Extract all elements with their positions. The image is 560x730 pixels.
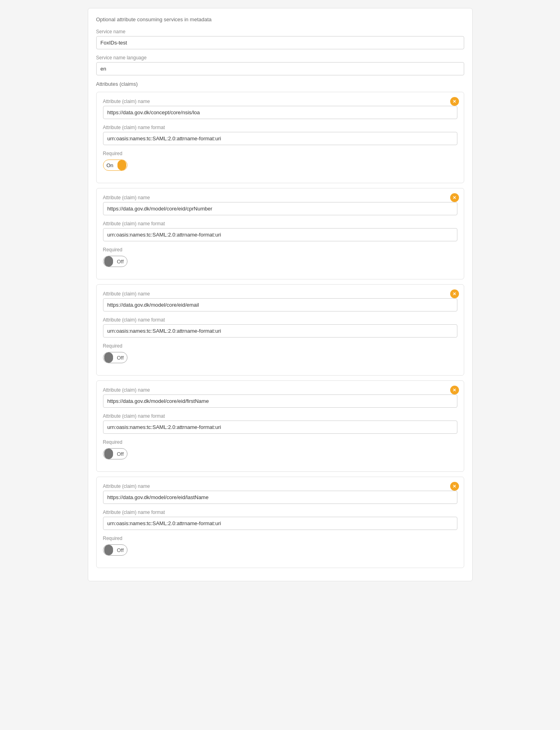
toggle-off-label: Off <box>114 259 127 265</box>
attr-name-field-4: Attribute (claim) name <box>103 387 457 408</box>
remove-attribute-button-4[interactable] <box>450 386 459 394</box>
required-toggle-5[interactable]: Off <box>103 544 127 556</box>
attr-format-label-2: Attribute (claim) name format <box>103 221 457 226</box>
attr-required-label-3: Required <box>103 343 457 349</box>
attr-name-label-1: Attribute (claim) name <box>103 99 457 104</box>
attr-format-label-4: Attribute (claim) name format <box>103 413 457 419</box>
attr-name-label-2: Attribute (claim) name <box>103 195 457 200</box>
toggle-knob <box>117 160 126 170</box>
attr-required-field-3: Required Off <box>103 343 457 363</box>
toggle-off-label: Off <box>114 451 127 457</box>
attr-format-label-1: Attribute (claim) name format <box>103 125 457 130</box>
attr-name-input-4[interactable] <box>103 394 457 408</box>
remove-attribute-button-3[interactable] <box>450 289 459 298</box>
required-toggle-4[interactable]: Off <box>103 448 127 459</box>
attributes-container: Attribute (claim) name Attribute (claim)… <box>96 92 464 568</box>
service-name-field: Service name <box>96 29 464 49</box>
attr-required-label-2: Required <box>103 247 457 253</box>
attribute-card-3: Attribute (claim) name Attribute (claim)… <box>96 284 464 376</box>
attr-format-input-3[interactable] <box>103 324 457 338</box>
attr-required-field-5: Required Off <box>103 536 457 556</box>
attr-name-input-5[interactable] <box>103 491 457 504</box>
attr-format-field-2: Attribute (claim) name format <box>103 221 457 241</box>
attr-required-field-2: Required Off <box>103 247 457 267</box>
service-name-language-label: Service name language <box>96 55 464 61</box>
remove-attribute-button-5[interactable] <box>450 482 459 491</box>
attr-format-field-1: Attribute (claim) name format <box>103 125 457 145</box>
attr-name-input-3[interactable] <box>103 298 457 311</box>
attribute-card-1: Attribute (claim) name Attribute (claim)… <box>96 92 464 183</box>
toggle-knob <box>104 352 113 363</box>
attr-name-field-3: Attribute (claim) name <box>103 291 457 311</box>
attr-format-label-5: Attribute (claim) name format <box>103 510 457 515</box>
attr-name-field-5: Attribute (claim) name <box>103 483 457 504</box>
attr-name-input-2[interactable] <box>103 202 457 215</box>
attributes-section-label: Attributes (claims) <box>96 81 464 87</box>
attr-format-label-3: Attribute (claim) name format <box>103 317 457 323</box>
toggle-wrapper-4: Off <box>103 448 457 459</box>
toggle-on-label: On <box>103 162 117 168</box>
toggle-wrapper-3: Off <box>103 352 457 363</box>
attr-name-label-4: Attribute (claim) name <box>103 387 457 393</box>
attr-format-input-4[interactable] <box>103 421 457 434</box>
required-toggle-2[interactable]: Off <box>103 256 127 267</box>
toggle-wrapper-5: Off <box>103 544 457 556</box>
toggle-off-label: Off <box>114 547 127 553</box>
attr-format-input-1[interactable] <box>103 132 457 145</box>
service-name-language-input[interactable] <box>96 62 464 75</box>
attr-name-label-3: Attribute (claim) name <box>103 291 457 297</box>
toggle-off-label: Off <box>114 355 127 361</box>
required-toggle-1[interactable]: On <box>103 160 127 171</box>
service-name-label: Service name <box>96 29 464 34</box>
remove-attribute-button-2[interactable] <box>450 193 459 202</box>
toggle-wrapper-2: Off <box>103 256 457 267</box>
attr-format-input-2[interactable] <box>103 228 457 241</box>
attr-required-field-1: Required On <box>103 151 457 171</box>
attribute-card-2: Attribute (claim) name Attribute (claim)… <box>96 188 464 279</box>
attribute-card-5: Attribute (claim) name Attribute (claim)… <box>96 477 464 568</box>
toggle-knob <box>104 545 113 555</box>
attr-name-field-2: Attribute (claim) name <box>103 195 457 215</box>
service-name-language-field: Service name language <box>96 55 464 75</box>
required-toggle-3[interactable]: Off <box>103 352 127 363</box>
main-container: Optional attribute consuming services in… <box>88 8 473 581</box>
attr-format-field-3: Attribute (claim) name format <box>103 317 457 338</box>
attr-required-label-4: Required <box>103 439 457 445</box>
attr-format-field-4: Attribute (claim) name format <box>103 413 457 434</box>
toggle-knob <box>104 256 113 267</box>
toggle-wrapper-1: On <box>103 160 457 171</box>
remove-attribute-button-1[interactable] <box>450 97 459 106</box>
attr-required-label-5: Required <box>103 536 457 541</box>
service-name-input[interactable] <box>96 36 464 49</box>
attr-name-input-1[interactable] <box>103 106 457 119</box>
section-title: Optional attribute consuming services in… <box>96 16 464 22</box>
attr-required-field-4: Required Off <box>103 439 457 459</box>
attr-required-label-1: Required <box>103 151 457 156</box>
attr-name-field-1: Attribute (claim) name <box>103 99 457 119</box>
attr-format-field-5: Attribute (claim) name format <box>103 510 457 530</box>
attribute-card-4: Attribute (claim) name Attribute (claim)… <box>96 380 464 472</box>
attr-format-input-5[interactable] <box>103 517 457 530</box>
toggle-knob <box>104 449 113 459</box>
attr-name-label-5: Attribute (claim) name <box>103 483 457 489</box>
